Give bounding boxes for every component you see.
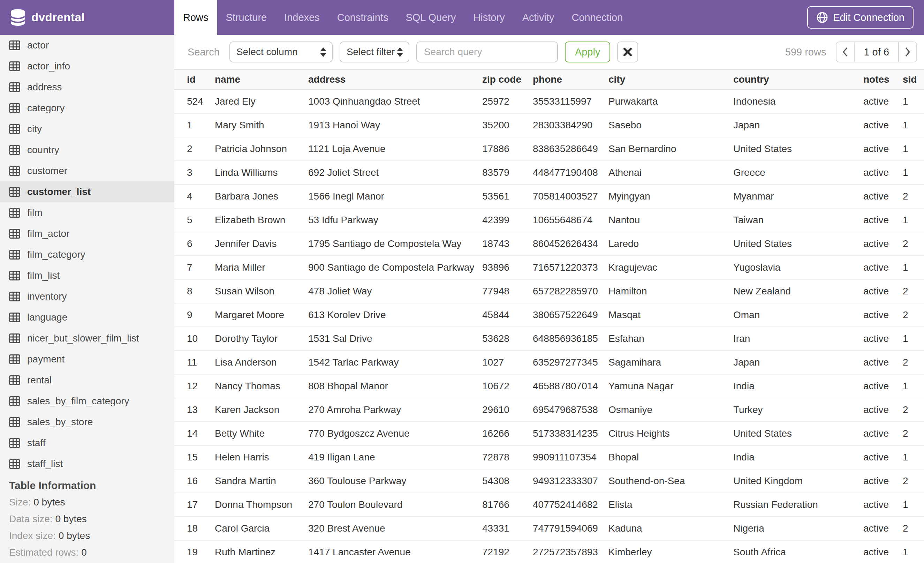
sidebar-item-language[interactable]: language bbox=[0, 307, 174, 328]
next-page-button[interactable] bbox=[899, 42, 916, 62]
cell-country: Japan bbox=[733, 357, 863, 368]
cell-zip-code: 10672 bbox=[482, 381, 533, 392]
sidebar-item-staff[interactable]: staff bbox=[0, 432, 174, 453]
table-row[interactable]: 19Ruth Martinez1417 Lancaster Avenue7219… bbox=[174, 540, 924, 563]
cell-city: Kaduna bbox=[609, 523, 733, 534]
sidebar-item-payment[interactable]: payment bbox=[0, 349, 174, 370]
table-row[interactable]: 6Jennifer Davis1795 Santiago de Composte… bbox=[174, 232, 924, 256]
table-row[interactable]: 10Dorothy Taylor1531 Sal Drive5362864885… bbox=[174, 327, 924, 351]
cell-phone: 705814003527 bbox=[533, 191, 609, 202]
tab-connection[interactable]: Connection bbox=[563, 0, 632, 35]
info-label: Size: bbox=[9, 497, 31, 508]
table-row[interactable]: 5Elizabeth Brown53 Idfu Parkway423991065… bbox=[174, 209, 924, 232]
cell-phone: 648856936185 bbox=[533, 333, 609, 344]
column-header-country[interactable]: country bbox=[733, 74, 863, 85]
tab-structure[interactable]: Structure bbox=[217, 0, 276, 35]
table-item-label: staff bbox=[27, 437, 45, 449]
sidebar-item-film_category[interactable]: film_category bbox=[0, 244, 174, 265]
column-header-notes[interactable]: notes bbox=[863, 74, 903, 85]
sidebar-item-film[interactable]: film bbox=[0, 202, 174, 223]
sidebar-item-film_list[interactable]: film_list bbox=[0, 265, 174, 286]
tab-constraints[interactable]: Constraints bbox=[328, 0, 397, 35]
table-row[interactable]: 16Sandra Martin360 Toulouse Parkway54308… bbox=[174, 470, 924, 493]
cell-city: Esfahan bbox=[609, 333, 733, 344]
table-row[interactable]: 15Helen Harris419 Iligan Lane72878990911… bbox=[174, 446, 924, 470]
grid-header-row: idnameaddresszip codephonecitycountrynot… bbox=[174, 69, 924, 90]
sidebar-item-category[interactable]: category bbox=[0, 98, 174, 119]
sidebar-item-customer_list[interactable]: customer_list bbox=[0, 182, 174, 202]
table-row[interactable]: 8Susan Wilson478 Joliet Way7794865728228… bbox=[174, 280, 924, 303]
table-row[interactable]: 17Donna Thompson270 Toulon Boulevard8176… bbox=[174, 493, 924, 517]
apply-button[interactable]: Apply bbox=[565, 42, 610, 62]
sidebar-item-sales_by_film_category[interactable]: sales_by_film_category bbox=[0, 391, 174, 411]
table-item-label: film bbox=[27, 207, 42, 218]
sidebar-item-address[interactable]: address bbox=[0, 77, 174, 98]
cell-sid: 2 bbox=[903, 428, 924, 439]
cell-notes: active bbox=[863, 309, 903, 321]
tab-history[interactable]: History bbox=[465, 0, 513, 35]
cell-address: 360 Toulouse Parkway bbox=[308, 476, 482, 486]
cell-address: 270 Amroha Parkway bbox=[308, 404, 482, 416]
column-header-id[interactable]: id bbox=[187, 74, 215, 85]
cell-phone: 448477190408 bbox=[533, 167, 609, 178]
table-row[interactable]: 14Betty White770 Bydgoszcz Avenue1626651… bbox=[174, 422, 924, 446]
table-item-label: country bbox=[27, 144, 59, 156]
sidebar-item-inventory[interactable]: inventory bbox=[0, 286, 174, 307]
previous-page-button[interactable] bbox=[837, 42, 854, 62]
table-row[interactable]: 4Barbara Jones1566 Inegl Manor5356170581… bbox=[174, 185, 924, 209]
sidebar-item-actor[interactable]: actor bbox=[0, 35, 174, 56]
table-row[interactable]: 7Maria Miller900 Santiago de Compostela … bbox=[174, 256, 924, 280]
clear-search-button[interactable] bbox=[617, 42, 638, 62]
filter-select[interactable]: Select filter bbox=[340, 42, 410, 62]
table-info-row: Index size: 0 bytes bbox=[9, 527, 174, 544]
table-grid-icon bbox=[9, 103, 20, 113]
table-row[interactable]: 524Jared Ely1003 Qinhuangdao Street25972… bbox=[174, 90, 924, 114]
cell-city: Masqat bbox=[609, 309, 733, 321]
sidebar-item-sales_by_store[interactable]: sales_by_store bbox=[0, 411, 174, 432]
sidebar-item-rental[interactable]: rental bbox=[0, 370, 174, 391]
table-row[interactable]: 13Karen Jackson270 Amroha Parkway2961069… bbox=[174, 398, 924, 422]
info-value: 0 bytes bbox=[56, 513, 87, 525]
cell-notes: active bbox=[863, 452, 903, 463]
table-info-row: Estimated rows: 0 bbox=[9, 544, 174, 561]
sidebar-item-city[interactable]: city bbox=[0, 119, 174, 140]
cell-zip-code: 17886 bbox=[482, 143, 533, 155]
cell-address: 770 Bydgoszcz Avenue bbox=[308, 428, 482, 439]
search-label: Search bbox=[188, 47, 220, 58]
sidebar-item-film_actor[interactable]: film_actor bbox=[0, 223, 174, 244]
search-query-input[interactable] bbox=[416, 42, 558, 62]
tab-sql-query[interactable]: SQL Query bbox=[397, 0, 465, 35]
tab-activity[interactable]: Activity bbox=[514, 0, 563, 35]
sidebar-item-nicer_but_slower_film_list[interactable]: nicer_but_slower_film_list bbox=[0, 328, 174, 349]
table-item-label: payment bbox=[27, 354, 64, 365]
edit-connection-button[interactable]: Edit Connection bbox=[807, 6, 914, 29]
app-header: dvdrental RowsStructureIndexesConstraint… bbox=[0, 0, 924, 35]
column-header-sid[interactable]: sid bbox=[903, 74, 924, 85]
tab-indexes[interactable]: Indexes bbox=[276, 0, 328, 35]
cell-phone: 465887807014 bbox=[533, 381, 609, 392]
cell-name: Helen Harris bbox=[215, 452, 308, 463]
sidebar-item-actor_info[interactable]: actor_info bbox=[0, 56, 174, 77]
table-row[interactable]: 3Linda Williams692 Joliet Street83579448… bbox=[174, 161, 924, 185]
cell-sid: 1 bbox=[903, 262, 924, 273]
cell-address: 1003 Qinhuangdao Street bbox=[308, 96, 482, 107]
sidebar-item-staff_list[interactable]: staff_list bbox=[0, 453, 174, 474]
table-row[interactable]: 9Margaret Moore613 Korolev Drive45844380… bbox=[174, 303, 924, 327]
column-header-name[interactable]: name bbox=[215, 74, 308, 85]
cell-phone: 747791594069 bbox=[533, 523, 609, 534]
column-header-city[interactable]: city bbox=[609, 74, 733, 85]
column-select[interactable]: Select column bbox=[230, 42, 333, 62]
table-row[interactable]: 2Patricia Johnson1121 Loja Avenue1788683… bbox=[174, 137, 924, 161]
table-row[interactable]: 11Lisa Anderson1542 Tarlac Parkway102763… bbox=[174, 351, 924, 375]
column-header-phone[interactable]: phone bbox=[533, 74, 609, 85]
cell-id: 5 bbox=[187, 215, 215, 226]
table-row[interactable]: 18Carol Garcia320 Brest Avenue4333174779… bbox=[174, 517, 924, 540]
column-header-zip-code[interactable]: zip code bbox=[482, 74, 533, 85]
table-row[interactable]: 12Nancy Thomas808 Bhopal Manor1067246588… bbox=[174, 375, 924, 398]
sidebar-item-customer[interactable]: customer bbox=[0, 161, 174, 182]
tab-rows[interactable]: Rows bbox=[174, 0, 217, 35]
column-header-address[interactable]: address bbox=[308, 74, 482, 85]
cell-zip-code: 42399 bbox=[482, 215, 533, 226]
table-row[interactable]: 1Mary Smith1913 Hanoi Way352002830338429… bbox=[174, 114, 924, 137]
sidebar-item-country[interactable]: country bbox=[0, 140, 174, 161]
